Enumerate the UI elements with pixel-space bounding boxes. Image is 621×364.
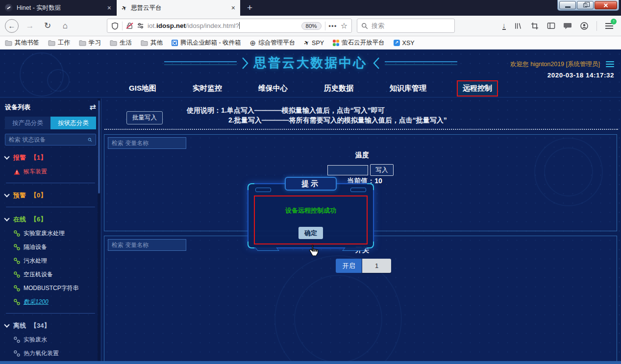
close-button[interactable] — [595, 1, 617, 9]
batch-write-button[interactable]: 批量写入 — [126, 111, 163, 124]
bookmark-item[interactable]: ↗ XSY — [394, 40, 415, 47]
browser-search-input[interactable] — [372, 22, 440, 29]
broken-link-icon — [14, 350, 20, 357]
nav-knowledge-base[interactable]: 知识库管理 — [385, 81, 431, 96]
device-item[interactable]: 空压机设备 — [14, 270, 96, 279]
write-button[interactable]: 写入 — [370, 164, 394, 176]
variable-search-box[interactable] — [108, 137, 186, 149]
folder-icon — [110, 40, 117, 46]
success-message: 设备远程控制成功 — [255, 206, 367, 215]
chat-bubble-icon[interactable] — [564, 22, 572, 29]
bookmark-folder[interactable]: 其他书签 — [5, 39, 39, 47]
bookmark-item[interactable]: 萤石云开放平台 — [333, 39, 385, 47]
link-icon — [14, 271, 20, 278]
device-label: 空压机设备 — [24, 270, 53, 279]
divider — [325, 22, 325, 30]
bookmark-folder[interactable]: 学习 — [79, 39, 101, 47]
menu-icon[interactable]: ↑ — [605, 23, 613, 29]
restore-button[interactable] — [577, 1, 594, 9]
permissions-icon[interactable] — [137, 22, 144, 29]
page-content: 思普云大数据中心 欢迎您 hignton2019 [系统管理员] 2020-03… — [0, 49, 621, 364]
bookmark-item[interactable]: 腾讯企业邮箱 - 收件箱 — [172, 39, 241, 47]
minimize-button[interactable] — [559, 1, 576, 9]
group-label: 预警 — [13, 191, 26, 200]
library-icon[interactable] — [514, 22, 522, 30]
variable-search-input[interactable] — [112, 242, 182, 248]
page-actions-icon[interactable]: ••• — [329, 23, 337, 29]
device-item[interactable]: 污水处理 — [14, 257, 96, 265]
home-button[interactable]: ⌂ — [59, 21, 72, 31]
bookmark-folder[interactable]: 其他 — [141, 39, 163, 47]
reload-button[interactable]: ↻ — [41, 21, 54, 31]
device-item[interactable]: MODBUSTCP字符串 — [14, 284, 96, 292]
insecure-lock-icon[interactable] — [126, 22, 133, 29]
shield-icon[interactable] — [111, 22, 119, 30]
scrollbar-thumb[interactable] — [98, 100, 100, 194]
device-item[interactable]: 热力氧化装置 — [14, 349, 96, 358]
tab-by-product[interactable]: 按产品分类 — [5, 117, 50, 129]
device-item[interactable]: 猴车装置 — [14, 168, 96, 176]
divider — [6, 183, 95, 183]
sidebar-toggle-icon[interactable] — [547, 22, 555, 29]
switch-on-button[interactable]: 开启 — [336, 259, 362, 273]
tab-sipu-cloud[interactable]: ✈ 思普云平台 × — [117, 0, 240, 16]
screenshot-crop-icon[interactable] — [531, 22, 539, 30]
welcome-text: 欢迎您 hignton2019 [系统管理员] — [510, 60, 600, 69]
tab-close-icon[interactable]: × — [231, 4, 235, 12]
ok-button[interactable]: 确定 — [298, 227, 323, 239]
account-icon[interactable] — [580, 22, 588, 30]
group-alarm[interactable]: 报警 【1】 — [5, 153, 96, 162]
bookmark-label: 综合管理平台 — [258, 39, 295, 47]
nav-remote-control[interactable]: 远程控制 — [458, 81, 497, 96]
nav-gis-map[interactable]: GIS地图 — [124, 81, 161, 96]
sidebar-title: 设备列表 — [5, 103, 30, 112]
device-item[interactable]: 实验室废水处理 — [14, 229, 96, 238]
window-controls — [557, 0, 619, 11]
device-label: 隔油设备 — [24, 243, 47, 251]
group-online[interactable]: 在线 【6】 — [5, 215, 96, 224]
decor-line-right — [385, 61, 457, 65]
device-item[interactable]: 实验废水 — [14, 336, 96, 344]
header-menu-icon[interactable] — [606, 61, 614, 68]
browser-titlebar: Hinet - 实时数据 × ✈ 思普云平台 × + — [0, 0, 621, 16]
downloads-icon[interactable]: ↓ — [502, 22, 506, 30]
device-item-selected[interactable]: 数采1200 — [14, 298, 96, 306]
text-caret — [239, 22, 240, 29]
tab-hinet[interactable]: Hinet - 实时数据 × — [0, 0, 117, 16]
nav-realtime-monitor[interactable]: 实时监控 — [188, 81, 227, 96]
bottom-scroll-strip[interactable] — [0, 361, 621, 364]
url-bar[interactable]: iot.idosp.net/idosp/index.html? 80% ••• … — [107, 19, 352, 33]
transfer-icon[interactable]: ⇄ — [90, 102, 96, 112]
temperature-value-input[interactable] — [327, 165, 368, 175]
prompt-dialog: 提示 设备远程控制成功 确定 — [248, 177, 374, 248]
browser-search-bar[interactable] — [357, 19, 455, 33]
forward-button[interactable]: → — [24, 21, 36, 31]
tab-close-icon[interactable]: × — [107, 4, 111, 12]
bookmark-label: 生活 — [120, 39, 132, 47]
nav-history-data[interactable]: 历史数据 — [319, 81, 358, 96]
variable-search-box[interactable] — [108, 239, 186, 251]
bookmark-star-icon[interactable]: ☆ — [341, 21, 348, 30]
bookmark-item[interactable]: ⊕ 综合管理平台 — [250, 39, 296, 48]
bookmark-label: 学习 — [89, 39, 101, 47]
browser-toolbar: ← → ↻ ⌂ iot.idosp.net/idosp/index.html? … — [0, 16, 621, 36]
new-tab-button[interactable]: + — [247, 2, 252, 13]
bookmark-folder[interactable]: 工作 — [48, 39, 70, 47]
group-warning[interactable]: 预警 【0】 — [5, 191, 96, 200]
bookmark-label: SPY — [312, 40, 324, 47]
group-label: 在线 — [13, 215, 26, 224]
sidebar-scrollbar[interactable] — [98, 98, 100, 361]
back-button[interactable]: ← — [5, 19, 19, 33]
bookmarks-bar: 其他书签 工作 学习 生活 其他 腾讯企业邮箱 - 收件箱 ⊕ 综合管理平台 ✈… — [0, 36, 621, 49]
bookmark-item[interactable]: ✈ SPY — [304, 39, 324, 47]
bookmark-folder[interactable]: 生活 — [110, 39, 132, 47]
chevron-down-icon — [4, 216, 9, 221]
tab-by-status[interactable]: 按状态分类 — [50, 117, 96, 129]
device-search-box[interactable] — [5, 134, 96, 146]
variable-search-input[interactable] — [112, 140, 182, 146]
device-search-input[interactable] — [9, 136, 85, 143]
device-item[interactable]: 隔油设备 — [14, 243, 96, 251]
nav-maintenance-center[interactable]: 维保中心 — [253, 81, 293, 96]
zoom-level-badge[interactable]: 80% — [301, 22, 322, 30]
group-offline[interactable]: 离线 【34】 — [5, 321, 96, 330]
